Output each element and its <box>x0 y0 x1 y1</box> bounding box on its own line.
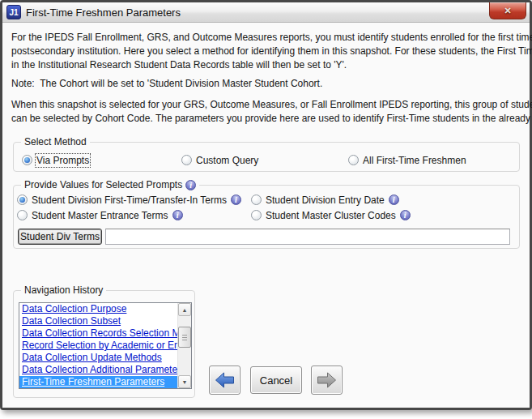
radio-button-icon <box>348 155 359 165</box>
title-bar: J1 First-Time Freshmen Parameters ✕ <box>2 2 530 23</box>
forward-button[interactable] <box>311 366 343 395</box>
nav-item-record-selection-academic-entrance[interactable]: Record Selection by Academic or Entranc <box>19 340 177 352</box>
intro-paragraph-2: When this snapshot is selected for your … <box>11 98 532 126</box>
radio-button-icon <box>17 195 28 205</box>
close-button[interactable]: ✕ <box>489 2 526 19</box>
scroll-up-icon[interactable]: ▲ <box>178 303 191 316</box>
window-title: First-Time Freshmen Parameters <box>26 6 181 19</box>
student-div-terms-field[interactable] <box>105 229 510 245</box>
nav-item-data-collection-subset[interactable]: Data Collection Subset <box>19 315 177 327</box>
info-icon[interactable]: i <box>185 180 196 190</box>
radio-student-division-first-time-transfer-in-terms[interactable]: Student Division First-Time/Transfer-In … <box>17 194 241 206</box>
scroll-down-icon[interactable]: ▼ <box>178 375 191 388</box>
nav-item-data-collection-purpose[interactable]: Data Collection Purpose <box>19 303 177 315</box>
student-div-terms-button[interactable]: Student Div Terms <box>18 229 102 245</box>
forward-arrow-icon <box>316 371 338 389</box>
navigation-history-listbox: Data Collection Purpose Data Collection … <box>19 302 192 389</box>
info-icon[interactable]: i <box>231 195 241 205</box>
provide-values-legend: Provide Values for Selected Prompts i <box>21 179 199 190</box>
nav-item-update-methods[interactable]: Data Collection Update Methods <box>19 352 177 364</box>
radio-button-icon <box>251 195 262 205</box>
radio-custom-query[interactable]: Custom Query <box>181 154 258 166</box>
navigation-history-items: Data Collection Purpose Data Collection … <box>19 303 177 388</box>
radio-button-icon <box>17 210 28 220</box>
app-icon: J1 <box>6 5 21 19</box>
back-arrow-icon <box>214 371 236 389</box>
radio-all-first-time-freshmen-label: All First-Time Freshmen <box>363 155 466 166</box>
listbox-scrollbar: ▲ ▼ <box>177 303 191 388</box>
provide-values-legend-text: Provide Values for Selected Prompts <box>24 179 182 190</box>
nav-item-records-selection-method[interactable]: Data Collection Records Selection Method <box>19 327 177 340</box>
info-icon[interactable]: i <box>172 210 183 220</box>
radio-label: Student Master Cluster Codes <box>266 210 396 221</box>
cohort-note: Note: The Cohort will be set to 'Student… <box>11 77 322 91</box>
radio-student-master-entrance-terms[interactable]: Student Master Entrance Terms i <box>17 209 183 221</box>
radio-label: Student Division First-Time/Transfer-In … <box>32 195 227 206</box>
nav-item-first-time-freshmen-parameters[interactable]: First-Time Freshmen Parameters <box>19 376 177 388</box>
select-method-legend: Select Method <box>21 136 90 148</box>
radio-button-icon <box>251 210 262 220</box>
back-button[interactable] <box>209 366 240 395</box>
radio-via-prompts-label: Via Prompts <box>36 155 89 166</box>
radio-button-icon <box>22 155 32 165</box>
radio-button-icon <box>181 155 192 165</box>
dialog-window: J1 First-Time Freshmen Parameters ✕ For … <box>0 0 532 410</box>
close-icon: ✕ <box>504 6 511 16</box>
info-icon[interactable]: i <box>389 195 399 205</box>
navigation-history-legend: Navigation History <box>21 284 106 296</box>
radio-student-master-cluster-codes[interactable]: Student Master Cluster Codes i <box>251 209 411 221</box>
scrollbar-grip-icon <box>182 335 187 336</box>
info-icon[interactable]: i <box>400 210 411 220</box>
radio-all-first-time-freshmen[interactable]: All First-Time Freshmen <box>348 154 466 166</box>
radio-label: Student Master Entrance Terms <box>32 210 168 221</box>
radio-label: Student Division Entry Date <box>266 195 385 206</box>
scrollbar-thumb[interactable] <box>178 327 191 348</box>
radio-via-prompts[interactable]: Via Prompts <box>22 154 89 166</box>
cancel-button[interactable]: Cancel <box>250 366 302 394</box>
intro-paragraph-1: For the IPEDS Fall Enrollment, GRS, and … <box>11 31 532 72</box>
nav-item-additional-parameters[interactable]: Data Collection Additional Parameters <box>19 364 177 376</box>
radio-custom-query-label: Custom Query <box>196 155 258 166</box>
radio-student-division-entry-date[interactable]: Student Division Entry Date i <box>251 194 399 206</box>
dialog-body: For the IPEDS Fall Enrollment, GRS, and … <box>2 23 530 408</box>
